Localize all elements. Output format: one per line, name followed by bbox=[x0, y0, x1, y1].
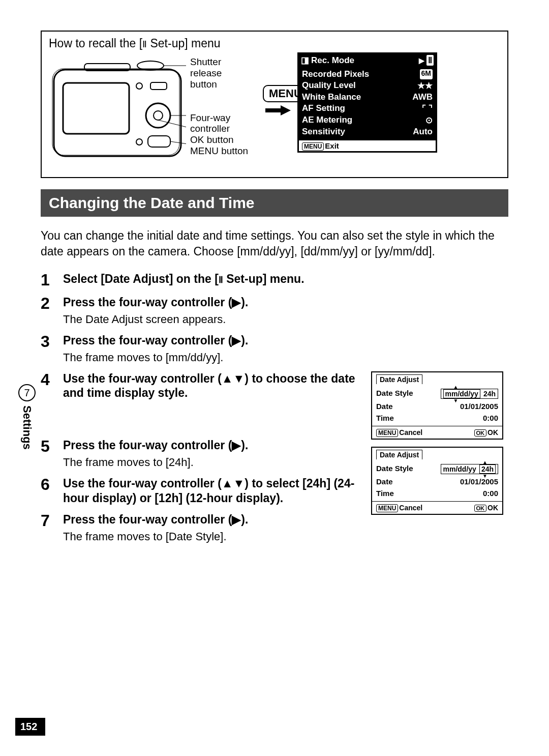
rec-row-label: Recorded Pixels bbox=[302, 69, 369, 79]
callout-shutter-2: release bbox=[190, 68, 259, 79]
svg-line-13 bbox=[158, 120, 186, 131]
step-3: 3 Press the four-way controller (▶). The… bbox=[41, 333, 508, 364]
date-adjust-screen-a: Date Adjust Date Style ▲ mm/dd/yy ▼ 24h bbox=[371, 371, 503, 440]
camera-illustration bbox=[49, 54, 186, 166]
svg-rect-2 bbox=[63, 83, 129, 134]
ok-chip: OK bbox=[474, 505, 487, 512]
menu-arrow-col: MENU bbox=[263, 54, 293, 118]
lcd-tab-title: Date Adjust bbox=[376, 450, 422, 459]
ok-label: OK bbox=[487, 504, 498, 512]
rec-row-value: 6M bbox=[420, 69, 433, 79]
diagram-title-suffix: Set-up] menu bbox=[147, 37, 220, 50]
step-5: 5 Press the four-way controller (▶). The… bbox=[41, 438, 364, 469]
section-heading: Changing the Date and Time bbox=[41, 189, 508, 217]
svg-point-7 bbox=[136, 139, 142, 145]
time-label: Time bbox=[376, 414, 394, 422]
step-title: Press the four-way controller (▶). bbox=[63, 438, 364, 453]
hour-format-value: 24h bbox=[483, 390, 496, 398]
svg-point-3 bbox=[146, 103, 170, 128]
step-title: Press the four-way controller (▶). bbox=[63, 512, 364, 527]
step-number: 6 bbox=[41, 476, 63, 492]
step-2: 2 Press the four-way controller (▶). The… bbox=[41, 295, 508, 326]
chapter-label: Settings bbox=[20, 405, 34, 450]
svg-point-6 bbox=[136, 83, 142, 89]
rec-row-value: ★★ bbox=[417, 80, 433, 91]
callout-labels: Shutter release button Four-way controll… bbox=[190, 54, 259, 157]
step-number: 7 bbox=[41, 512, 63, 529]
ok-label: OK bbox=[487, 428, 498, 437]
rec-row-label: White Balance bbox=[302, 92, 361, 102]
rec-row-label: Sensitivity bbox=[302, 127, 345, 137]
ok-chip: OK bbox=[474, 429, 487, 437]
step-subtext: The frame moves to [Date Style]. bbox=[63, 530, 364, 543]
diagram-title-prefix: How to recall the [ bbox=[49, 37, 142, 50]
recall-menu-diagram: How to recall the [Ⅱ Set-up] menu bbox=[41, 31, 508, 178]
down-arrow-icon: ▼ bbox=[482, 473, 487, 479]
time-value: 0:00 bbox=[483, 414, 498, 422]
step-1: 1 Select [Date Adjust] on the [Ⅱ Set-up]… bbox=[41, 272, 508, 288]
step-title: Use the four-way controller (▲▼) to sele… bbox=[63, 476, 364, 506]
af-icon: ⌜ ⌝ bbox=[422, 103, 433, 114]
step-number: 4 bbox=[41, 371, 63, 388]
up-arrow-icon: ▲ bbox=[453, 384, 459, 390]
callout-ok: OK button bbox=[190, 134, 259, 146]
exit-label: Exit bbox=[325, 141, 339, 150]
cancel-label: Cancel bbox=[399, 504, 422, 512]
step-4: 4 Use the four-way controller (▲▼) to ch… bbox=[41, 371, 364, 401]
rec-mode-screen: ◨ Rec. Mode ▶ Ⅱ Recorded Pixels6M Qualit… bbox=[297, 52, 437, 153]
rec-row-label: AF Setting bbox=[302, 103, 345, 114]
step-subtext: The frame moves to [mm/dd/yy]. bbox=[63, 351, 508, 364]
svg-rect-5 bbox=[150, 82, 167, 90]
setup-tab-icon: Ⅱ bbox=[426, 55, 434, 66]
diagram-title: How to recall the [Ⅱ Set-up] menu bbox=[49, 37, 500, 50]
rec-row-value: AWB bbox=[412, 92, 433, 102]
arrow-right-icon bbox=[265, 105, 291, 115]
down-arrow-icon: ▼ bbox=[453, 398, 459, 403]
callout-fourway-2: controller bbox=[190, 123, 259, 134]
lcd-tab-title: Date Adjust bbox=[376, 374, 422, 384]
svg-point-4 bbox=[154, 111, 163, 120]
date-value: 01/01/2005 bbox=[460, 477, 498, 486]
step-7: 7 Press the four-way controller (▶). The… bbox=[41, 512, 364, 543]
svg-marker-15 bbox=[265, 105, 291, 115]
callout-shutter-1: Shutter bbox=[190, 56, 259, 68]
step-title: Select [Date Adjust] on the [Ⅱ Set-up] m… bbox=[63, 272, 508, 286]
date-label: Date bbox=[376, 402, 393, 411]
rec-row-value: Auto bbox=[413, 127, 433, 137]
date-label: Date bbox=[376, 477, 393, 486]
date-adjust-screen-b: Date Adjust Date Style mm/dd/yy ▲ 24h ▼ bbox=[371, 447, 503, 515]
steps-list: 1 Select [Date Adjust] on the [Ⅱ Set-up]… bbox=[41, 272, 508, 550]
triangle-right-icon: ▶ bbox=[419, 56, 424, 65]
date-style-selector: ▲ mm/dd/yy ▼ 24h bbox=[441, 389, 498, 399]
menu-chip: MENU bbox=[302, 142, 324, 151]
hour-format-value: 24h bbox=[479, 464, 496, 474]
cancel-label: Cancel bbox=[399, 428, 422, 437]
callout-menu: MENU button bbox=[190, 146, 259, 157]
step-subtext: The frame moves to [24h]. bbox=[63, 456, 364, 469]
setup-icon: Ⅱ bbox=[219, 275, 223, 285]
step-number: 5 bbox=[41, 438, 63, 454]
date-style-label: Date Style bbox=[376, 389, 413, 399]
svg-line-14 bbox=[170, 141, 186, 146]
intro-text: You can change the initial date and time… bbox=[41, 228, 508, 259]
chapter-number-badge: 7 bbox=[18, 384, 36, 401]
page-number: 152 bbox=[15, 718, 45, 736]
step-title: Use the four-way controller (▲▼) to choo… bbox=[63, 371, 364, 401]
step-6: 6 Use the four-way controller (▲▼) to se… bbox=[41, 476, 364, 506]
rec-mode-title: Rec. Mode bbox=[311, 55, 354, 66]
rec-row-label: Quality Level bbox=[302, 80, 356, 91]
step-title: Press the four-way controller (▶). bbox=[63, 295, 508, 310]
callout-fourway-1: Four-way bbox=[190, 112, 259, 124]
date-value: 01/01/2005 bbox=[460, 402, 498, 411]
time-label: Time bbox=[376, 489, 394, 498]
rec-row-label: AE Metering bbox=[302, 115, 352, 126]
svg-rect-8 bbox=[148, 136, 170, 147]
step-number: 3 bbox=[41, 333, 63, 350]
date-style-selector: mm/dd/yy ▲ 24h ▼ bbox=[441, 464, 498, 474]
step-number: 2 bbox=[41, 295, 63, 311]
time-value: 0:00 bbox=[483, 489, 498, 498]
setup-icon: Ⅱ bbox=[142, 39, 147, 49]
date-style-value: mm/dd/yy bbox=[443, 465, 476, 473]
date-style-value: mm/dd/yy bbox=[443, 389, 480, 398]
callout-shutter-3: button bbox=[190, 79, 259, 90]
